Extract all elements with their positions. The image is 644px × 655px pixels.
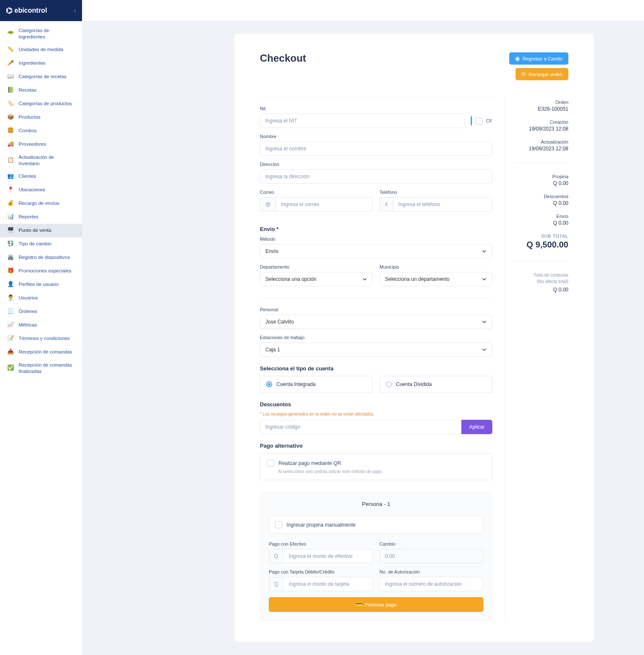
- sidebar-item-label: Punto de venta: [19, 227, 51, 234]
- sidebar-item-14[interactable]: 🖥️Punto de venta: [0, 224, 82, 237]
- nav-icon: 📋: [7, 157, 14, 164]
- departamento-label: Departamento: [260, 264, 373, 269]
- nombre-label: Nombre: [260, 134, 492, 139]
- tarjeta-input[interactable]: [283, 577, 373, 591]
- quetzal-icon: Q: [269, 549, 283, 563]
- cuenta-dividida-radio[interactable]: Cuenta Dividida: [379, 376, 492, 393]
- nav-icon: 👥: [7, 173, 14, 180]
- sidebar-item-5[interactable]: 🏷️Categorías de productos: [0, 97, 82, 111]
- sidebar-item-label: Combos: [19, 128, 37, 134]
- manual-tip-checkbox[interactable]: [275, 521, 282, 528]
- nombre-input[interactable]: [260, 141, 492, 156]
- nav-icon: ✅: [7, 364, 14, 372]
- sidebar-item-20[interactable]: 🧾Órdenes: [0, 305, 82, 318]
- sidebar-header: ebicontrol ‹: [0, 0, 82, 21]
- nit-label: Nit: [260, 106, 492, 111]
- nit-input[interactable]: [260, 114, 465, 128]
- sidebar-item-label: Actualización de inventario: [19, 154, 75, 167]
- sidebar-item-10[interactable]: 👥Clientes: [0, 170, 82, 183]
- apply-discount-button[interactable]: Aplicar: [461, 420, 492, 434]
- municipio-select[interactable]: Selecciona un departamento: [379, 272, 492, 286]
- cortesias-value: Q 0.00: [514, 287, 568, 293]
- subtotal-value: Q 9,500.00: [514, 240, 568, 250]
- nav-icon: 📝: [7, 335, 14, 342]
- sidebar-item-7[interactable]: 🍔Combos: [0, 124, 82, 138]
- sidebar-item-22[interactable]: 📝Términos y condiciones: [0, 332, 82, 345]
- correo-input[interactable]: [276, 197, 373, 212]
- sidebar-item-6[interactable]: 📦Productos: [0, 111, 82, 124]
- sidebar-item-11[interactable]: 📍Ubicaciones: [0, 183, 82, 197]
- reload-order-button[interactable]: ⟳ Recargar orden: [516, 68, 568, 80]
- sidebar-item-17[interactable]: 🎁Promociones especiales: [0, 264, 82, 278]
- qr-pay-checkbox[interactable]: [267, 459, 274, 467]
- nav-icon: 🍔: [7, 127, 14, 135]
- sidebar-item-19[interactable]: 👨‍💼Usuarios: [0, 291, 82, 305]
- sidebar-item-4[interactable]: 📗Recetas: [0, 84, 82, 97]
- sidebar-item-13[interactable]: 📊Reportes: [0, 210, 82, 224]
- creacion-value: 19/09/2023 12:08: [514, 126, 568, 132]
- back-to-cart-button[interactable]: ◉ Regresar a Carrito: [509, 52, 568, 65]
- nav-icon: 🧾: [7, 308, 14, 315]
- sidebar-item-12[interactable]: 💰Recargo de envíos: [0, 197, 82, 210]
- nav-icon: 🖥️: [7, 227, 14, 234]
- telefono-input[interactable]: [393, 197, 492, 212]
- metodo-select[interactable]: Envío: [260, 244, 492, 258]
- descuentos-section-title: Descuentos: [260, 401, 492, 408]
- sidebar-collapse-chevron-icon[interactable]: ‹: [74, 7, 76, 14]
- form-column: Nit CF Nombre: [260, 97, 492, 621]
- altpay-section-title: Pago alternativo: [260, 443, 492, 449]
- qr-pay-label: Realizar pago mediante QR: [278, 460, 341, 466]
- estaciones-select[interactable]: Caja 1: [260, 342, 492, 357]
- sidebar: ebicontrol ‹ 🥗Categorías de ingredientes…: [0, 0, 82, 655]
- envio-summary-value: Q 0.00: [514, 220, 568, 226]
- subtotal-label: SUB TOTAL: [514, 234, 568, 239]
- cf-checkbox[interactable]: [475, 117, 483, 125]
- nav-icon: 📈: [7, 321, 14, 329]
- sidebar-item-24[interactable]: ✅Recepción de comandas finalizadas: [0, 359, 82, 378]
- direccion-input[interactable]: [260, 169, 492, 184]
- sidebar-item-15[interactable]: 💱Tipo de cambio: [0, 237, 82, 251]
- arrow-circle-left-icon: ◉: [515, 55, 520, 62]
- propina-label: Propina: [514, 174, 568, 179]
- sidebar-item-label: Recepción de comandas finalizadas: [19, 362, 75, 375]
- summary-column: Orden E326-100051 Creación 19/09/2023 12…: [505, 97, 568, 621]
- sidebar-item-18[interactable]: 👤Perfiles de usuario: [0, 278, 82, 291]
- cuenta-integrada-radio[interactable]: Cuenta Integrada: [260, 376, 373, 393]
- topbar: [82, 0, 644, 21]
- sidebar-item-label: Recepción de comandas: [19, 349, 72, 355]
- departamento-select[interactable]: Selecciona una opción: [260, 272, 373, 286]
- persona-title: Persona - 1: [269, 501, 483, 507]
- cortesias-label2: (No afecta total): [514, 278, 568, 285]
- descuentos-summary-value: Q 0.00: [514, 200, 568, 206]
- efectivo-input[interactable]: [283, 549, 373, 563]
- sidebar-item-21[interactable]: 📈Métricas: [0, 318, 82, 332]
- sidebar-item-23[interactable]: 📥Recepción de comandas: [0, 345, 82, 359]
- sidebar-item-label: Perfiles de usuario: [19, 281, 59, 288]
- qr-pay-hint: Al seleccionar solo podrás utilizar este…: [278, 469, 485, 474]
- sidebar-item-9[interactable]: 📋Actualización de inventario: [0, 151, 82, 170]
- orden-label: Orden: [514, 100, 568, 105]
- sidebar-nav: 🥗Categorías de ingredientes📏Unidades de …: [0, 21, 82, 378]
- nav-icon: 🏷️: [7, 100, 14, 108]
- sidebar-item-3[interactable]: 📖Categorías de recetas: [0, 70, 82, 84]
- sidebar-item-8[interactable]: 🚚Proveedores: [0, 138, 82, 151]
- sidebar-item-label: Recargo de envíos: [19, 200, 60, 207]
- auth-input[interactable]: [379, 577, 483, 591]
- nav-icon: 🥗: [7, 30, 14, 38]
- logo: ebicontrol: [6, 6, 47, 15]
- discount-code-input[interactable]: [260, 420, 461, 434]
- cortesias-label1: Total de cortesías: [514, 272, 568, 278]
- actualizacion-label: Actualización: [514, 139, 568, 144]
- sidebar-item-label: Ubicaciones: [19, 187, 45, 193]
- sidebar-item-label: Productos: [19, 114, 41, 120]
- sidebar-item-1[interactable]: 📏Unidades de medida: [0, 43, 82, 57]
- sidebar-item-label: Recetas: [19, 87, 36, 93]
- sidebar-item-2[interactable]: 🥕Ingredientes: [0, 57, 82, 70]
- hash-icon: #: [379, 197, 393, 212]
- process-payment-button[interactable]: 💳 Procesar pago: [269, 597, 483, 612]
- sidebar-item-0[interactable]: 🥗Categorías de ingredientes: [0, 24, 82, 43]
- tarjeta-label: Pago con Tarjeta Débito/Crédito: [269, 569, 373, 574]
- personal-select[interactable]: Jose Calvillo: [260, 315, 492, 329]
- sidebar-item-16[interactable]: 🖨️Registro de dispositivos: [0, 251, 82, 264]
- cambio-label: Cambio: [379, 541, 483, 546]
